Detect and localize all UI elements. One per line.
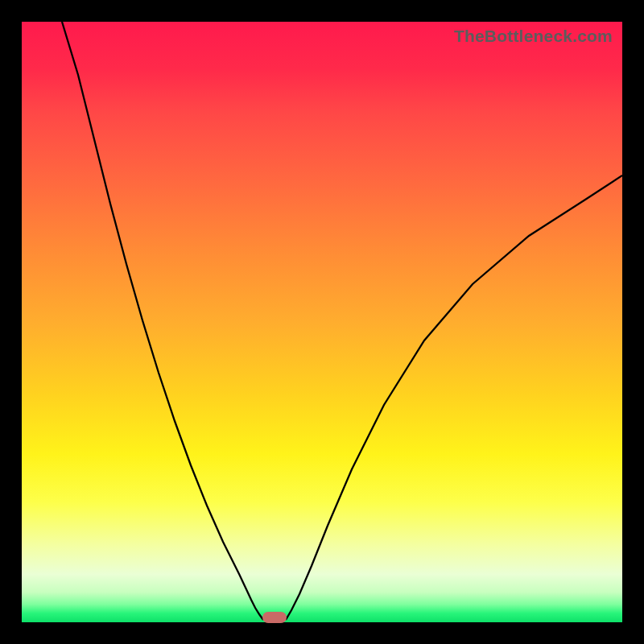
- minimum-marker: [262, 612, 287, 623]
- plot-area: TheBottleneck.com: [22, 22, 622, 622]
- curve-left-arm: [62, 22, 263, 620]
- watermark-text: TheBottleneck.com: [454, 27, 613, 46]
- bottleneck-curve: [22, 22, 622, 622]
- chart-frame: TheBottleneck.com: [0, 0, 644, 644]
- curve-right-arm: [286, 175, 622, 620]
